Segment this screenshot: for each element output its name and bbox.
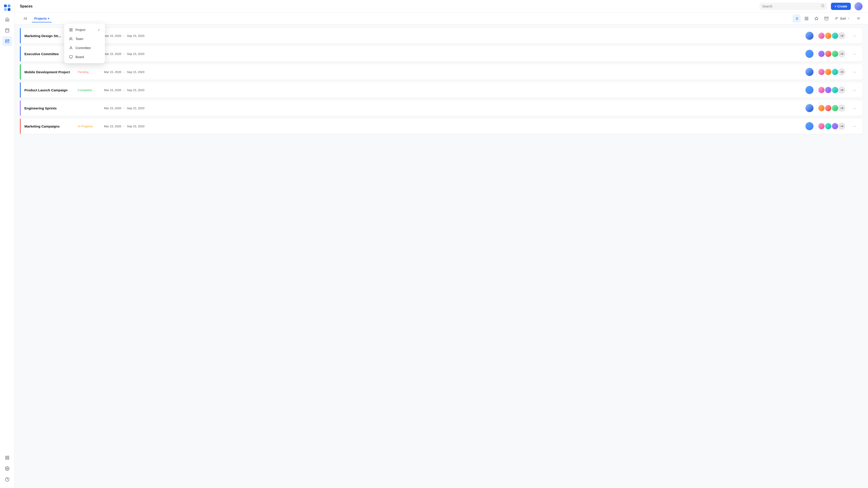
table-row: Product Launch Campaign Completed Mar 15… [20, 82, 863, 98]
dropdown-item-board[interactable]: Board [66, 53, 103, 62]
svg-rect-36 [807, 17, 808, 18]
divider [816, 104, 816, 112]
avatar [805, 104, 813, 112]
more-options-button[interactable]: ··· [851, 104, 858, 112]
svg-rect-1 [8, 4, 10, 7]
svg-rect-14 [7, 458, 9, 459]
sidebar-item-tasks[interactable] [2, 36, 12, 46]
filter-button[interactable] [855, 14, 863, 23]
more-options-button[interactable]: ··· [851, 68, 858, 75]
sidebar-top [2, 4, 12, 46]
divider [816, 50, 816, 57]
avatar [831, 32, 839, 39]
avatar [831, 104, 839, 112]
user-avatar[interactable] [855, 2, 863, 10]
svg-point-18 [822, 4, 824, 7]
project-list: Marketing Design Str... Mar 15, 2020 → S… [20, 28, 863, 134]
dropdown-committee-label: Committee [75, 46, 91, 50]
dropdown-item-project[interactable]: Project ✓ [66, 25, 103, 34]
dropdown-item-team[interactable]: Team [66, 34, 103, 43]
row-accent [20, 100, 21, 116]
divider [816, 68, 816, 75]
avatar [805, 122, 813, 130]
toolbar: All Projects ▾ Project ✓ [14, 13, 868, 24]
sidebar-item-calendar[interactable] [2, 25, 12, 35]
avatar [825, 32, 832, 39]
project-dates: Mar 15, 2020 → Sep 15, 2020 [104, 88, 802, 92]
avatar-count: +4 [838, 32, 845, 39]
svg-point-24 [70, 37, 71, 39]
svg-rect-11 [5, 456, 7, 457]
table-row: Mobile Development Project Pending Mar 1… [20, 64, 863, 80]
sidebar-item-help[interactable] [2, 475, 12, 484]
more-options-button[interactable]: ··· [851, 32, 858, 39]
avatar [818, 123, 825, 130]
more-options-button[interactable]: ··· [851, 123, 858, 130]
archive-button[interactable] [822, 14, 831, 23]
avatar-count: +4 [838, 68, 845, 75]
svg-rect-40 [825, 17, 829, 18]
sidebar-item-settings[interactable] [2, 464, 12, 474]
app-logo[interactable] [3, 4, 11, 12]
divider [816, 123, 816, 130]
project-name: Marketing Campaigns [24, 124, 74, 128]
favorites-button[interactable] [812, 14, 820, 23]
row-accent [20, 64, 21, 80]
svg-rect-4 [5, 29, 9, 32]
project-members: +4 [805, 86, 845, 94]
dropdown-item-committee[interactable]: Committee [66, 43, 103, 53]
table-row: Executive Committee In Progress Mar 15, … [20, 46, 863, 62]
dropdown-board-label: Board [75, 55, 84, 59]
project-icon [69, 28, 73, 32]
row-accent [20, 82, 21, 98]
committee-icon [69, 46, 73, 50]
project-name: Product Launch Campaign [24, 88, 74, 92]
svg-rect-38 [807, 19, 808, 20]
divider [816, 86, 816, 94]
row-accent [20, 46, 21, 62]
avatar-count: +4 [838, 123, 845, 130]
avatar [825, 123, 832, 130]
avatar [805, 68, 813, 76]
svg-rect-22 [70, 30, 71, 31]
svg-rect-12 [7, 456, 9, 457]
avatar [831, 50, 839, 57]
list-view-button[interactable] [793, 14, 801, 23]
project-members: +4 [805, 104, 845, 112]
check-icon: ✓ [98, 28, 100, 32]
sidebar-item-gallery[interactable] [2, 453, 12, 463]
dropdown-project-label: Project [75, 28, 86, 32]
svg-rect-26 [69, 56, 72, 58]
search-icon[interactable] [821, 4, 825, 8]
svg-rect-20 [70, 29, 71, 30]
project-dates: Mar 15, 2020 → Sep 15, 2020 [104, 52, 802, 56]
project-members: +4 [805, 68, 845, 76]
toolbar-right: Sort [793, 14, 863, 23]
svg-point-15 [6, 468, 8, 469]
project-status: In Progress [78, 125, 100, 128]
create-button[interactable]: + Create [831, 3, 851, 10]
breadcrumb-label: Spaces [20, 4, 33, 8]
tab-all[interactable]: All [20, 15, 31, 22]
avatar-count: +4 [838, 86, 845, 94]
project-dates: Mar 15, 2020 → Sep 15, 2020 [104, 34, 802, 37]
avatar [831, 86, 839, 94]
more-options-button[interactable]: ··· [851, 50, 858, 57]
table-row: Engineering Sprints Mar 15, 2020 → Sep 1… [20, 100, 863, 116]
avatar [818, 32, 825, 39]
sidebar-item-home[interactable] [2, 14, 12, 24]
grid-view-button[interactable] [802, 14, 811, 23]
project-members: +4 [805, 122, 845, 130]
sort-button[interactable]: Sort [832, 16, 852, 22]
more-options-button[interactable]: ··· [851, 86, 858, 94]
avatar-count: +4 [838, 50, 845, 57]
tab-projects[interactable]: Projects ▾ [32, 15, 52, 22]
dropdown-team-label: Team [75, 37, 83, 41]
search-input[interactable] [762, 4, 819, 8]
avatar [805, 86, 813, 94]
project-dates: Mar 15, 2020 → Sep 15, 2020 [104, 70, 802, 74]
svg-rect-3 [8, 8, 10, 11]
svg-rect-0 [4, 4, 7, 7]
search-bar[interactable] [760, 3, 827, 10]
avatar [825, 50, 832, 57]
